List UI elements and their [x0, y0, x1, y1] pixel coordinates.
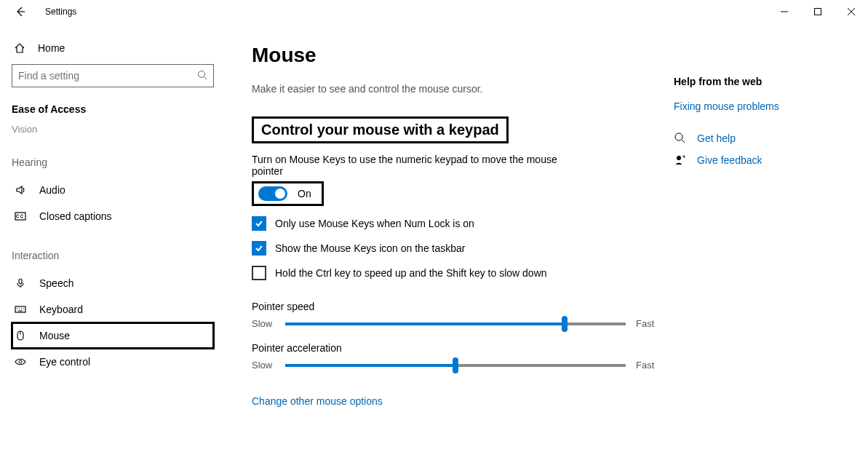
- mouse-keys-toggle[interactable]: [258, 186, 287, 201]
- mouse-keys-toggle-frame: On: [252, 181, 324, 206]
- checkbox-numlock[interactable]: Only use Mouse Keys when Num Lock is on: [252, 216, 659, 231]
- titlebar: Settings: [0, 0, 868, 23]
- checkbox-icon[interactable]: [252, 266, 266, 280]
- back-button[interactable]: [13, 4, 28, 19]
- sidebar-item-label: Keyboard: [39, 304, 83, 315]
- slider-acceleration[interactable]: Slow Fast: [252, 360, 659, 371]
- svg-line-5: [204, 76, 207, 79]
- right-column: Help from the web Fixing mouse problems …: [659, 44, 779, 463]
- slider-thumb[interactable]: [562, 316, 568, 332]
- checkbox-label: Only use Mouse Keys when Num Lock is on: [275, 218, 474, 229]
- slider-low: Slow: [252, 318, 275, 329]
- sidebar-item-audio[interactable]: Audio: [12, 177, 214, 203]
- search-box[interactable]: [12, 64, 214, 87]
- search-icon: [197, 70, 207, 82]
- sidebar-item-speech[interactable]: Speech: [12, 270, 214, 296]
- other-options-link[interactable]: Change other mouse options: [252, 395, 383, 407]
- eye-icon: [13, 356, 28, 368]
- slider-low: Slow: [252, 360, 275, 371]
- sidebar-item-label: Audio: [39, 184, 65, 196]
- keyboard-icon: [13, 304, 28, 315]
- help-icon: [674, 132, 687, 144]
- sidebar-item-label: Speech: [39, 277, 73, 289]
- svg-rect-8: [15, 306, 25, 312]
- slider-speed[interactable]: Slow Fast: [252, 318, 659, 329]
- sidebar-item-label: Mouse: [39, 330, 70, 341]
- get-help-link[interactable]: Get help: [697, 132, 736, 144]
- slider-high: Fast: [636, 360, 659, 371]
- window-title: Settings: [45, 7, 76, 17]
- page-title: Mouse: [252, 44, 659, 67]
- svg-rect-7: [19, 279, 22, 284]
- svg-point-12: [675, 133, 682, 141]
- checkbox-label: Hold the Ctrl key to speed up and the Sh…: [275, 267, 547, 279]
- audio-icon: [13, 184, 28, 196]
- minimize-button[interactable]: [768, 0, 801, 23]
- svg-rect-1: [815, 9, 821, 15]
- sidebar-home-label: Home: [38, 42, 65, 54]
- section-header: Control your mouse with a keypad: [252, 116, 509, 143]
- slider-label-accel: Pointer acceleration: [252, 342, 659, 354]
- maximize-button[interactable]: [801, 0, 835, 23]
- mouse-icon: [13, 330, 28, 341]
- checkbox-ctrl-shift[interactable]: Hold the Ctrl key to speed up and the Sh…: [252, 266, 659, 280]
- sidebar-item-mouse[interactable]: Mouse: [12, 322, 214, 349]
- window-controls: [768, 0, 868, 23]
- checkbox-icon[interactable]: [252, 241, 266, 256]
- sidebar-item-label: Closed captions: [39, 210, 112, 222]
- slider-label-speed: Pointer speed: [252, 301, 659, 312]
- sidebar-home[interactable]: Home: [12, 36, 214, 64]
- main-content: Mouse Make it easier to see and control …: [252, 44, 659, 463]
- checkbox-icon[interactable]: [252, 216, 266, 231]
- sidebar-item-keyboard[interactable]: Keyboard: [12, 296, 214, 322]
- sidebar-category: Ease of Access: [12, 103, 214, 115]
- sidebar-section-hearing: Hearing: [12, 157, 214, 168]
- checkbox-label: Show the Mouse Keys icon on the taskbar: [275, 242, 465, 254]
- sidebar-vision-cut: Vision: [12, 121, 214, 148]
- mic-icon: [13, 277, 28, 289]
- cc-icon: [13, 210, 28, 222]
- slider-track[interactable]: [285, 364, 626, 367]
- page-description: Make it easier to see and control the mo…: [252, 83, 659, 95]
- help-title: Help from the web: [674, 76, 779, 87]
- slider-track[interactable]: [285, 322, 626, 325]
- sidebar-item-label: Eye control: [39, 356, 90, 368]
- svg-point-4: [199, 71, 205, 77]
- close-button[interactable]: [835, 0, 868, 23]
- svg-point-13: [677, 156, 681, 160]
- sidebar-item-eye-control[interactable]: Eye control: [12, 349, 214, 375]
- home-icon: [13, 42, 26, 54]
- toggle-description: Turn on Mouse Keys to use the numeric ke…: [252, 154, 565, 177]
- slider-high: Fast: [636, 318, 659, 329]
- toggle-state: On: [298, 188, 311, 199]
- svg-point-11: [19, 360, 22, 363]
- give-feedback-link[interactable]: Give feedback: [697, 154, 763, 166]
- sidebar-section-interaction: Interaction: [12, 250, 214, 261]
- feedback-icon: [674, 154, 687, 166]
- checkbox-taskbar-icon[interactable]: Show the Mouse Keys icon on the taskbar: [252, 241, 659, 256]
- search-input[interactable]: [18, 70, 197, 82]
- sidebar-item-closed-captions[interactable]: Closed captions: [12, 203, 214, 229]
- sidebar: Home Ease of Access Vision Hearing Audio…: [0, 23, 226, 463]
- slider-thumb[interactable]: [453, 357, 458, 373]
- help-link-fixing[interactable]: Fixing mouse problems: [674, 100, 779, 112]
